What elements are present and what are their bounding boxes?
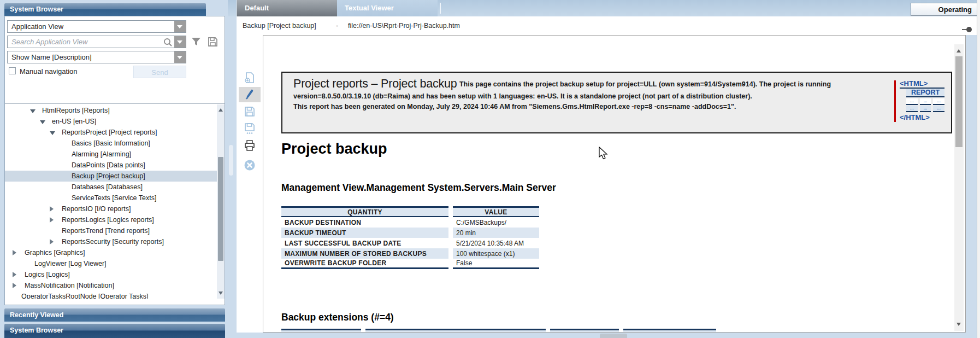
tab-textual-viewer[interactable]: Textual Viewer xyxy=(337,0,438,16)
manual-navigation-checkbox[interactable] xyxy=(9,67,16,74)
system-browser-header[interactable]: System Browser xyxy=(4,3,206,16)
tree-item[interactable]: Graphics [Graphics] xyxy=(5,247,217,258)
tree-item[interactable]: Alarming [Alarming] xyxy=(5,149,217,160)
tree-item[interactable]: DataPoints [Data points] xyxy=(5,160,217,171)
expand-arrow-icon[interactable] xyxy=(50,239,56,244)
report-header-box: Project reports – Project backup This pa… xyxy=(281,72,952,133)
panel-splitter-handle[interactable] xyxy=(229,145,233,176)
expand-arrow-icon[interactable] xyxy=(50,206,56,212)
tree-item[interactable]: LogViewer [Log Viewer] xyxy=(5,258,217,269)
tree-item[interactable]: Basics [Basic Information] xyxy=(5,138,217,149)
column-header: DESCRIPTION xyxy=(281,329,361,333)
tree-item[interactable]: MassNotification [Notification] xyxy=(5,280,217,291)
tree-item[interactable]: ReportsLogics [Logics reports] xyxy=(5,214,217,225)
save-filter-icon[interactable] xyxy=(206,36,219,48)
quantity-cell: MAXIMUM NUMBER OF STORED BACKUPS xyxy=(281,248,448,259)
tree-item[interactable]: OperatorTasksRootNode [Operator Tasks] xyxy=(5,291,217,299)
scroll-down-icon[interactable] xyxy=(219,292,223,297)
collapse-arrow-icon[interactable] xyxy=(30,109,36,116)
expand-arrow-icon[interactable] xyxy=(13,283,19,288)
tree-item-label: ReportsIO [I/O reports] xyxy=(62,203,131,214)
backup-settings-table: QUANTITYVALUEBACKUP DESTINATIONC:/GMSBac… xyxy=(277,206,544,269)
tree-item-label: ReportsProject [Project reports] xyxy=(62,127,157,138)
scroll-up-icon[interactable] xyxy=(219,106,223,112)
system-browser-panel: Application View xyxy=(4,16,225,305)
search-input[interactable] xyxy=(8,36,161,48)
tree-item-label: ReportsTrend [Trend reports] xyxy=(62,225,150,236)
tree-item-label: Graphics [Graphics] xyxy=(25,247,85,258)
quantity-cell: BACKUP DESTINATION xyxy=(281,217,448,228)
tree-item[interactable]: ReportsProject [Project reports] xyxy=(5,127,217,138)
value-cell: 20 min xyxy=(453,228,539,238)
pin-icon[interactable] xyxy=(962,27,973,32)
column-header: PATH xyxy=(365,329,546,333)
logo-cell: ... xyxy=(920,106,931,112)
value-cell: C:/GMSBackups/ xyxy=(453,217,539,228)
scroll-up-icon[interactable] xyxy=(957,47,961,53)
chevron-down-icon[interactable] xyxy=(174,51,186,63)
tree-vertical-scrollbar[interactable] xyxy=(217,104,225,299)
chevron-down-icon[interactable] xyxy=(174,21,186,32)
bottom-splitter-handle[interactable] xyxy=(600,334,627,338)
backup-extensions-table: DESCRIPTIONPATHWHITE LIST ONLYWHITE LIST xyxy=(277,329,721,333)
tree-item-label: MassNotification [Notification] xyxy=(25,280,114,291)
report-vertical-scrollbar[interactable] xyxy=(954,44,964,331)
table-row: MAXIMUM NUMBER OF STORED BACKUPS100 whit… xyxy=(281,248,539,259)
expand-arrow-icon[interactable] xyxy=(50,217,56,223)
breadcrumb-path[interactable]: file://en-US\Rprt-Proj-Prj-Backup.htm xyxy=(348,16,460,35)
scrollbar-thumb[interactable] xyxy=(218,157,223,261)
collapse-arrow-icon[interactable] xyxy=(40,120,45,127)
report-header-text: Project reports – Project backup This pa… xyxy=(293,78,889,112)
recently-viewed-bar[interactable]: Recently Viewed xyxy=(4,308,225,322)
print-icon[interactable] xyxy=(244,139,256,151)
search-options-chevron-icon[interactable] xyxy=(174,36,186,48)
save-icon[interactable] xyxy=(244,106,256,118)
report-title: Project backup xyxy=(281,141,387,158)
tree-item-label: DataPoints [Data points] xyxy=(72,160,145,171)
table-row: BACKUP TIMEOUT20 min xyxy=(281,228,539,238)
send-button[interactable]: Send xyxy=(133,66,186,78)
tree-item-label: LogViewer [Log Viewer] xyxy=(34,258,107,269)
breadcrumb-separator: - xyxy=(336,16,338,35)
operating-mode-button[interactable]: Operating xyxy=(911,3,978,16)
quantity-cell: LAST SUCCESSFUL BACKUP DATE xyxy=(281,238,448,248)
display-mode-dropdown[interactable]: Show Name [Description] xyxy=(7,51,186,63)
expand-arrow-icon[interactable] xyxy=(13,250,19,255)
logo-red-bar xyxy=(894,80,896,122)
collapse-arrow-icon[interactable] xyxy=(50,131,55,138)
right-edge-panel xyxy=(977,0,980,338)
navigation-tree: HtmlReports [Reports]en-US [en-US]Report… xyxy=(5,103,225,299)
tree-item[interactable]: HtmlReports [Reports] xyxy=(5,105,217,116)
column-header: WHITE LIST ONLY xyxy=(550,329,619,333)
tree-item[interactable]: Databases [Databases] xyxy=(5,182,217,193)
tree-item[interactable]: ReportsIO [I/O reports] xyxy=(5,203,217,214)
tree-item[interactable]: en-US [en-US] xyxy=(5,116,217,127)
logo-html-close: </HTML> xyxy=(900,113,944,121)
tree-item[interactable]: ServiceTexts [Service Texts] xyxy=(5,193,217,203)
tab-default[interactable]: Default xyxy=(237,0,337,16)
scrollbar-thumb[interactable] xyxy=(955,56,963,147)
new-report-icon[interactable] xyxy=(244,72,256,84)
column-header: QUANTITY xyxy=(281,206,448,217)
tree-item[interactable]: ReportsTrend [Trend reports] xyxy=(5,225,217,236)
scroll-down-icon[interactable] xyxy=(957,323,961,328)
view-selector-dropdown[interactable]: Application View xyxy=(7,20,186,33)
expand-arrow-icon[interactable] xyxy=(13,272,19,277)
save-as-icon[interactable] xyxy=(244,123,256,135)
search-icon[interactable] xyxy=(163,38,173,49)
close-icon[interactable] xyxy=(244,159,256,171)
value-cell: 5/21/2024 10:35:48 AM xyxy=(453,238,539,248)
tree-item[interactable]: Logics [Logics] xyxy=(5,269,217,280)
tree-item[interactable]: ReportsSecurity [Security reports] xyxy=(5,236,217,247)
logo-report-label: REPORT xyxy=(906,89,944,97)
tab-bar: Default Textual Viewer Operating xyxy=(228,0,980,16)
table-row: LAST SUCCESSFUL BACKUP DATE5/21/2024 10:… xyxy=(281,238,539,248)
edit-icon[interactable] xyxy=(244,89,256,101)
tree-item-label: ServiceTexts [Service Texts] xyxy=(72,193,156,203)
filter-icon[interactable] xyxy=(190,36,202,48)
system-browser-bar[interactable]: System Browser xyxy=(4,324,225,338)
report-section-extensions: Backup extensions (#=4) xyxy=(281,312,394,323)
breadcrumb: Backup [Project backup] - file://en-US\R… xyxy=(237,16,977,35)
tree-item-label: ReportsSecurity [Security reports] xyxy=(62,236,164,247)
tree-item[interactable]: Backup [Project backup] xyxy=(5,171,217,182)
